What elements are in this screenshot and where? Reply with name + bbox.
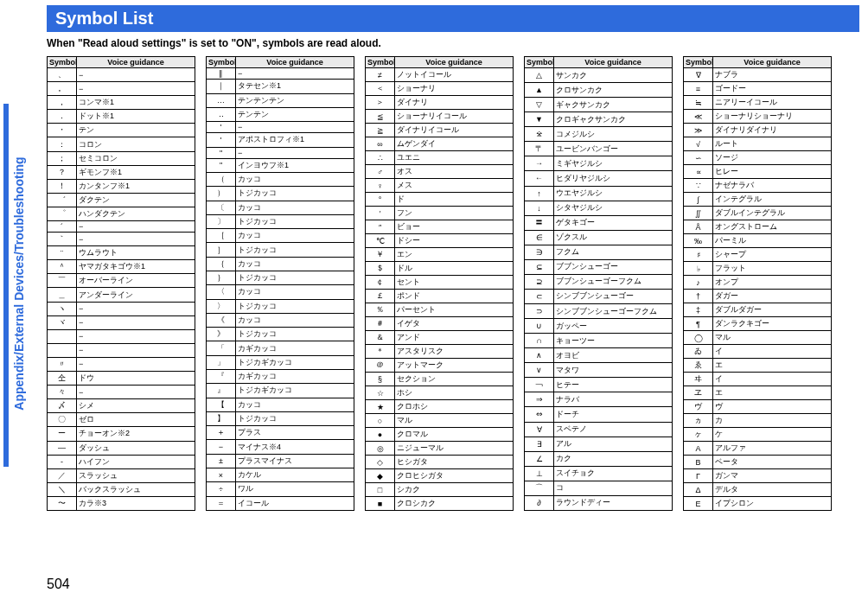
symbol-table: SymbolVoice guidance∇ナブラ≡ゴードー≒ニアリーイコール≪シ… — [683, 56, 832, 511]
symbol-cell: ← — [525, 171, 554, 186]
symbol-cell: ' — [207, 133, 236, 147]
voice-cell: ヒレー — [713, 165, 832, 179]
voice-cell: − — [77, 221, 195, 233]
symbol-cell: ★ — [366, 400, 395, 414]
symbol-cell: ▼ — [525, 112, 554, 127]
symbol-cell: ： — [48, 137, 77, 151]
table-row: ↓シタヤジルシ — [525, 201, 673, 215]
table-row: ★クロホシ — [366, 400, 514, 414]
symbol-cell: ◎ — [366, 442, 395, 456]
table-row: ▲クロサンカク — [525, 83, 673, 98]
symbol-cell: … — [207, 93, 236, 107]
symbol-cell: ー — [48, 427, 77, 441]
symbol-cell: ↑ — [525, 186, 554, 201]
table-row: 〓ゲタキゴー — [525, 215, 673, 230]
voice-cell: カッコ — [236, 229, 354, 243]
symbol-cell: ↓ — [525, 201, 554, 215]
table-row: ≫ダイナリダイナリ — [684, 124, 832, 137]
table-row: ・テン — [48, 124, 195, 137]
symbol-cell: ヴ — [684, 400, 713, 414]
voice-cell: カギカッコ — [236, 370, 354, 384]
symbol-cell: ∧ — [525, 348, 554, 363]
table-row: ∫インテグラル — [684, 193, 832, 207]
voice-cell: シカク — [395, 483, 514, 497]
table-row: ÷ワル — [207, 482, 354, 496]
symbol-cell: ＋ — [207, 426, 236, 440]
voice-cell: フラット — [713, 262, 832, 276]
table-row: ∀スベテノ — [525, 422, 673, 437]
voice-cell: エン — [395, 248, 514, 262]
table-row: 、− — [48, 68, 195, 82]
voice-cell: カッコ — [236, 398, 354, 411]
col-header-symbol: Symbol — [684, 57, 713, 68]
col-header-voice: Voice guidance — [236, 57, 354, 68]
voice-cell: − — [77, 315, 195, 329]
symbol-cell: ＝ — [207, 496, 236, 510]
symbol-cell: ℃ — [366, 234, 395, 248]
table-row: Δデルタ — [684, 483, 832, 497]
table-row: ☆ホシ — [366, 386, 514, 400]
table-row: ヽ− — [48, 302, 195, 315]
voice-cell: イゲタ — [395, 317, 514, 331]
table-row: ∵ナゼナラバ — [684, 179, 832, 193]
voice-cell: クロマル — [395, 428, 514, 442]
table-row: ○マル — [366, 414, 514, 428]
voice-cell: − — [77, 233, 195, 246]
voice-cell: インテグラル — [713, 193, 832, 207]
symbol-cell: √ — [684, 137, 713, 151]
table-row: 》トジカッコ — [207, 328, 354, 341]
voice-cell: ポンド — [395, 290, 514, 303]
symbol-cell: 「 — [207, 341, 236, 355]
symbol-cell: 〃 — [48, 357, 77, 371]
table-row: ］トジカッコ — [207, 243, 354, 257]
table-row: ∇ナブラ — [684, 68, 832, 82]
voice-cell: ヤマガタキゴウ※1 — [77, 260, 195, 274]
table-row: ゝ− — [48, 329, 195, 343]
table-row: ´− — [48, 221, 195, 233]
table-row: 〇ゼロ — [48, 413, 195, 427]
voice-cell: プラス — [236, 426, 354, 440]
symbol-cell: ∝ — [684, 165, 713, 179]
voice-cell: − — [77, 343, 195, 357]
symbol-cell: ； — [48, 151, 77, 165]
voice-cell: ゲタキゴー — [554, 215, 673, 230]
col-header-symbol: Symbol — [366, 57, 395, 68]
voice-cell: コ — [554, 481, 673, 495]
symbol-cell: ， — [48, 96, 77, 110]
symbol-cell: ♯ — [684, 248, 713, 262]
voice-cell: チョーオン※2 — [77, 427, 195, 441]
table-row: ∠カク — [525, 451, 673, 466]
page-title: Symbol List — [47, 5, 859, 32]
voice-cell: シンブブンシューゴー — [554, 289, 673, 303]
symbol-cell: ｝ — [207, 271, 236, 285]
symbol-cell: ゐ — [684, 345, 713, 359]
table-row: ∬ダブルインテグラル — [684, 207, 832, 220]
voice-cell: ヴ — [713, 400, 832, 414]
symbol-cell: ∪ — [525, 319, 554, 334]
symbol-cell: ∩ — [525, 334, 554, 348]
table-row: ◆クロヒシガタ — [366, 469, 514, 483]
table-row: "インヨウフ※1 — [207, 158, 354, 172]
symbol-cell: − — [207, 440, 236, 454]
symbol-cell: ｛ — [207, 257, 236, 271]
symbol-cell: ヰ — [684, 373, 713, 386]
table-row: △サンカク — [525, 68, 673, 83]
table-row: Εイプシロン — [684, 497, 832, 511]
voice-cell: ミギヤジルシ — [554, 156, 673, 171]
symbol-cell: 〒 — [525, 142, 554, 156]
voice-cell: ホシ — [395, 386, 514, 400]
symbol-cell: 仝 — [48, 372, 77, 386]
symbol-cell: ∀ — [525, 422, 554, 437]
symbol-cell: ⊃ — [525, 304, 554, 319]
symbol-cell: ⇔ — [525, 407, 554, 422]
voice-cell: カッコ — [236, 201, 354, 214]
page-number: 504 — [47, 577, 70, 592]
table-row: 'アポストロフィ※1 — [207, 133, 354, 147]
table-row: ‥テンテン — [207, 107, 354, 121]
symbol-cell: ］ — [207, 243, 236, 257]
table-row: ヰイ — [684, 373, 832, 386]
voice-cell: ユービンバンゴー — [554, 142, 673, 156]
symbol-cell: 」 — [207, 355, 236, 369]
symbol-table: SymbolVoice guidance≠ノットイコール＜ショーナリ＞ダイナリ≦… — [365, 56, 514, 511]
table-row: ．ドット※1 — [48, 110, 195, 124]
